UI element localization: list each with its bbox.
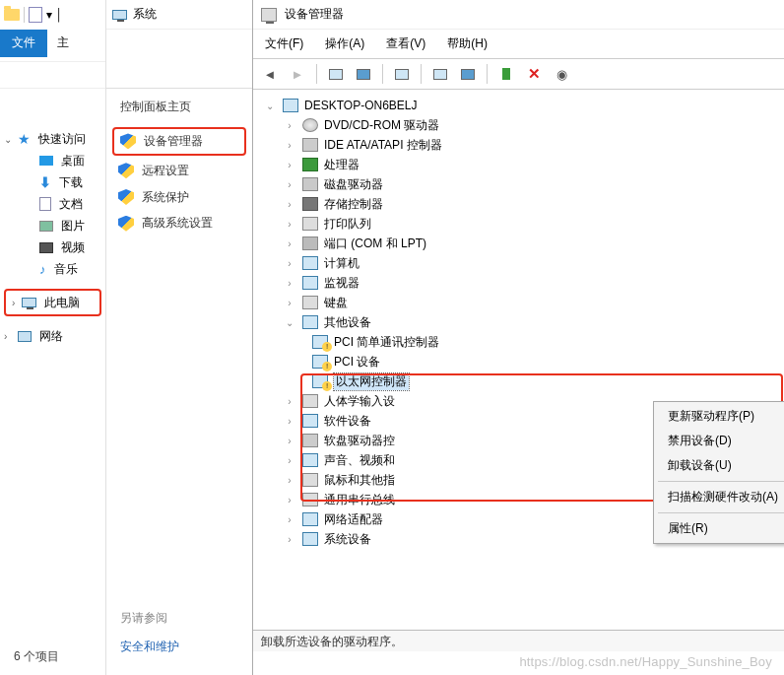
nav-quick-access[interactable]: ⌄ ★ 快速访问 bbox=[0, 128, 105, 150]
link-advanced-settings[interactable]: 高级系统设置 bbox=[106, 210, 252, 236]
doc-icon bbox=[29, 7, 42, 23]
menu-action[interactable]: 操作(A) bbox=[323, 34, 366, 54]
chevron-right-icon: › bbox=[283, 396, 296, 407]
tab-home[interactable]: 主 bbox=[47, 30, 79, 57]
sys-icon bbox=[302, 532, 318, 546]
context-menu: 更新驱动程序(P)禁用设备(D)卸载设备(U)扫描检测硬件改动(A)属性(R) bbox=[653, 401, 784, 544]
menu-item[interactable]: 禁用设备(D) bbox=[656, 429, 784, 453]
tree-root[interactable]: ⌄ DESKTOP-ON6BELJ bbox=[257, 96, 780, 115]
system-toolbar bbox=[106, 30, 252, 89]
chevron-right-icon: › bbox=[283, 534, 296, 545]
tree-device[interactable]: PCI 设备 bbox=[257, 352, 780, 371]
menu-item[interactable]: 扫描检测硬件改动(A) bbox=[656, 485, 784, 509]
devmgr-statusbar: 卸载所选设备的驱动程序。 bbox=[253, 630, 784, 651]
forward-button[interactable]: ► bbox=[287, 63, 308, 85]
nav-music[interactable]: ♪音乐 bbox=[0, 258, 105, 280]
tree-category[interactable]: ›计算机 bbox=[257, 253, 780, 273]
nav-pictures[interactable]: 图片 bbox=[0, 215, 105, 236]
explorer-titlebar: ▾ │ bbox=[0, 0, 105, 30]
tree-category[interactable]: ›DVD/CD-ROM 驱动器 bbox=[257, 115, 780, 135]
menu-item[interactable]: 属性(R) bbox=[656, 516, 784, 541]
menu-separator bbox=[658, 512, 784, 513]
star-icon: ★ bbox=[18, 131, 31, 147]
chevron-right-icon: › bbox=[283, 298, 296, 308]
control-panel-home[interactable]: 控制面板主页 bbox=[106, 89, 252, 125]
videos-icon bbox=[39, 242, 53, 253]
chevron-right-icon: › bbox=[283, 199, 296, 210]
link-system-protection[interactable]: 系统保护 bbox=[106, 184, 252, 211]
nav-network[interactable]: › 网络 bbox=[0, 325, 105, 347]
chevron-right-icon: › bbox=[4, 331, 7, 342]
download-icon: ⬇ bbox=[39, 174, 51, 190]
unknown-device-icon bbox=[312, 335, 328, 349]
pictures-icon bbox=[39, 221, 53, 232]
chevron-down-icon: ⌄ bbox=[4, 134, 12, 145]
view-button[interactable] bbox=[353, 63, 374, 85]
shield-icon bbox=[118, 189, 134, 205]
devmgr-menubar: 文件(F) 操作(A) 查看(V) 帮助(H) bbox=[253, 30, 784, 58]
back-button[interactable]: ◄ bbox=[259, 63, 281, 85]
pc-icon bbox=[112, 10, 127, 20]
menu-item[interactable]: 更新驱动程序(P) bbox=[656, 404, 784, 429]
tree-category[interactable]: ›处理器 bbox=[257, 155, 780, 174]
disable-button[interactable]: ◉ bbox=[551, 63, 572, 85]
link-remote-settings[interactable]: 远程设置 bbox=[106, 158, 252, 184]
chevron-down-icon: ⌄ bbox=[263, 101, 277, 111]
menu-view[interactable]: 查看(V) bbox=[384, 34, 427, 54]
nav-desktop[interactable]: 桌面 bbox=[0, 150, 105, 171]
desktop-icon bbox=[39, 156, 53, 166]
chevron-right-icon: › bbox=[12, 298, 15, 308]
devmgr-titlebar: 设备管理器 bbox=[253, 0, 784, 30]
chevron-right-icon: › bbox=[283, 495, 296, 506]
tree-category[interactable]: ›键盘 bbox=[257, 293, 780, 312]
tree-category[interactable]: ›IDE ATA/ATAPI 控制器 bbox=[257, 135, 780, 155]
network-icon bbox=[18, 331, 32, 342]
card-icon bbox=[302, 315, 318, 329]
shield-icon bbox=[118, 163, 134, 178]
category-other-devices[interactable]: ⌄ 其他设备 bbox=[257, 312, 780, 332]
help-button[interactable] bbox=[391, 63, 413, 85]
printer-icon bbox=[302, 217, 318, 231]
devmgr-toolbar: ◄ ► ✕ ◉ bbox=[253, 58, 784, 90]
explorer-ribbon-tabs: 文件 主 bbox=[0, 30, 105, 57]
tree-category[interactable]: ›存储控制器 bbox=[257, 194, 780, 214]
uninstall-button[interactable]: ✕ bbox=[523, 63, 545, 85]
mon-icon bbox=[302, 276, 318, 290]
divider bbox=[24, 7, 25, 23]
menu-file[interactable]: 文件(F) bbox=[263, 34, 305, 54]
update-driver-button[interactable] bbox=[495, 63, 517, 85]
shield-icon bbox=[118, 216, 134, 232]
chevron-right-icon: › bbox=[283, 258, 296, 269]
overflow-label: ▾ │ bbox=[46, 8, 63, 22]
unknown-device-icon bbox=[312, 355, 328, 369]
chip-icon bbox=[302, 158, 318, 171]
scan-hardware-button[interactable] bbox=[429, 63, 451, 85]
net-icon bbox=[302, 512, 318, 526]
device-manager-window: 设备管理器 文件(F) 操作(A) 查看(V) 帮助(H) ◄ ► ✕ ◉ ⌄ … bbox=[252, 0, 784, 675]
nav-videos[interactable]: 视频 bbox=[0, 236, 105, 258]
chevron-right-icon: › bbox=[283, 219, 296, 230]
tree-category[interactable]: ›打印队列 bbox=[257, 214, 780, 234]
kb-icon bbox=[302, 296, 318, 309]
show-hidden-button[interactable] bbox=[325, 63, 347, 85]
nav-documents[interactable]: 文档 bbox=[0, 193, 105, 215]
menu-item[interactable]: 卸载设备(U) bbox=[656, 453, 784, 478]
explorer-statusbar: 6 个项目 bbox=[14, 648, 59, 665]
properties-button[interactable] bbox=[457, 63, 479, 85]
tab-file[interactable]: 文件 bbox=[0, 30, 47, 57]
ide-icon bbox=[302, 138, 318, 152]
chevron-right-icon: › bbox=[283, 160, 296, 170]
pc-icon bbox=[283, 99, 298, 112]
tree-category[interactable]: ›监视器 bbox=[257, 273, 780, 293]
chevron-right-icon: › bbox=[283, 416, 296, 427]
link-device-manager[interactable]: 设备管理器 bbox=[112, 127, 246, 156]
drive-icon bbox=[302, 177, 318, 191]
menu-help[interactable]: 帮助(H) bbox=[445, 34, 490, 54]
tree-category[interactable]: ›端口 (COM 和 LPT) bbox=[257, 234, 780, 253]
chevron-right-icon: › bbox=[283, 140, 296, 151]
tree-category[interactable]: ›磁盘驱动器 bbox=[257, 174, 780, 194]
tree-device[interactable]: PCI 简单通讯控制器 bbox=[257, 332, 780, 352]
nav-downloads[interactable]: ⬇下载 bbox=[0, 171, 105, 193]
link-security-maintenance[interactable]: 安全和维护 bbox=[120, 639, 179, 655]
nav-this-pc[interactable]: › 此电脑 bbox=[8, 292, 98, 313]
